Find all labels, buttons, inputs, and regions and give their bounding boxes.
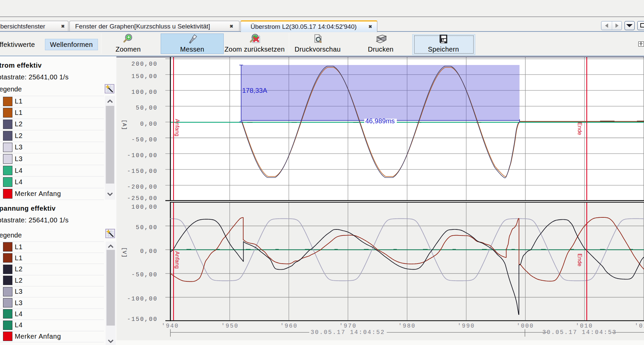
svg-text:-150,00: -150,00	[127, 168, 158, 175]
svg-text:Ende: Ende	[577, 122, 583, 135]
svg-text:Ende: Ende	[577, 254, 583, 267]
svg-text:'940: '940	[161, 323, 179, 329]
svg-text:0,00: 0,00	[140, 248, 158, 255]
svg-text:'010: '010	[576, 323, 593, 329]
svg-text:Anfang: Anfang	[174, 251, 180, 269]
svg-text:0,00: 0,00	[140, 121, 158, 127]
svg-text:30.05.17 14:04:52: 30.05.17 14:04:52	[311, 329, 385, 336]
svg-text:200,00: 200,00	[131, 61, 158, 67]
svg-text:50,00: 50,00	[136, 105, 158, 111]
svg-text:-50,00: -50,00	[131, 136, 158, 143]
svg-text:50,00: 50,00	[136, 224, 158, 231]
svg-text:Anfang: Anfang	[174, 119, 180, 136]
svg-text:[A]: [A]	[121, 120, 127, 130]
svg-text:-150,00: -150,00	[127, 316, 158, 323]
svg-text:'020: '020	[635, 323, 644, 329]
svg-text:-50,00: -50,00	[131, 271, 158, 278]
svg-text:[V]: [V]	[121, 247, 127, 258]
svg-text:178,33A: 178,33A	[242, 87, 267, 94]
svg-text:100,00: 100,00	[131, 89, 158, 95]
svg-text:'980: '980	[398, 323, 416, 329]
svg-text:'970: '970	[339, 323, 357, 329]
svg-text:-100,00: -100,00	[127, 295, 158, 302]
svg-text:'990: '990	[458, 323, 475, 329]
svg-text:'950: '950	[221, 323, 238, 329]
svg-text:46,989ms: 46,989ms	[365, 117, 395, 125]
svg-text:'960: '960	[280, 323, 298, 329]
svg-text:30.05.17 14:04:53: 30.05.17 14:04:53	[542, 329, 617, 336]
svg-text:150,00: 150,00	[131, 73, 158, 80]
svg-text:-200,00: -200,00	[127, 184, 158, 190]
svg-text:-250,00: -250,00	[127, 195, 158, 202]
svg-text:-100,00: -100,00	[127, 152, 158, 159]
svg-text:100,00: 100,00	[131, 204, 158, 210]
svg-text:'000: '000	[517, 323, 534, 329]
